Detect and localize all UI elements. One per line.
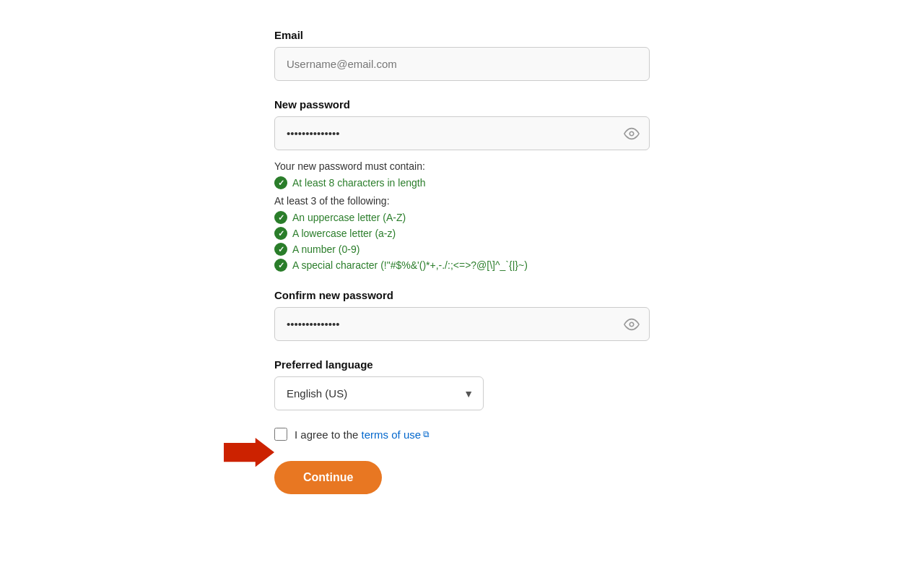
confirm-password-input[interactable]: [274, 307, 650, 341]
svg-point-0: [629, 131, 634, 136]
confirm-password-field-group: Confirm new password: [274, 289, 650, 341]
email-label: Email: [274, 29, 650, 41]
language-field-group: Preferred language English (US) English …: [274, 358, 650, 410]
email-field-group: Email: [274, 29, 650, 81]
terms-text: I agree to the terms of use⧉: [295, 428, 430, 441]
email-input-wrapper: [274, 47, 650, 81]
must-contain-text: Your new password must contain:: [274, 160, 650, 172]
new-password-input-wrapper: [274, 116, 650, 150]
at-least-3-text: At least 3 of the following:: [274, 195, 650, 207]
new-password-field-group: New password Your new password must cont…: [274, 98, 650, 272]
language-select-wrapper: English (US) English (UK) Español França…: [274, 376, 484, 410]
registration-form: Email New password Your new password mus…: [274, 14, 650, 509]
new-password-label: New password: [274, 98, 650, 111]
terms-checkbox[interactable]: [274, 428, 287, 441]
confirm-password-toggle-button[interactable]: [624, 316, 640, 332]
number-check-icon: [274, 243, 287, 256]
red-arrow-icon: [224, 434, 274, 470]
special-requirement: A special character (!"#$%&'()*+,-./:;<=…: [274, 259, 650, 272]
uppercase-requirement: An uppercase letter (A-Z): [274, 211, 650, 224]
number-req-text: A number (0-9): [292, 243, 359, 255]
special-req-text: A special character (!"#$%&'()*+,-./:;<=…: [292, 259, 528, 271]
svg-marker-2: [224, 438, 274, 467]
uppercase-req-text: An uppercase letter (A-Z): [292, 212, 406, 223]
lowercase-requirement: A lowercase letter (a-z): [274, 227, 650, 240]
terms-of-use-link[interactable]: terms of use⧉: [362, 428, 430, 441]
preferred-language-label: Preferred language: [274, 358, 650, 371]
special-check-icon: [274, 259, 287, 272]
eye-icon-confirm: [624, 316, 640, 332]
lowercase-req-text: A lowercase letter (a-z): [292, 228, 396, 239]
terms-row: I agree to the terms of use⧉: [274, 428, 650, 441]
length-req-text: At least 8 characters in length: [292, 177, 425, 189]
continue-button[interactable]: Continue: [274, 461, 382, 494]
length-check-icon: [274, 176, 287, 189]
uppercase-check-icon: [274, 211, 287, 224]
external-link-icon: ⧉: [423, 429, 430, 439]
new-password-toggle-button[interactable]: [624, 126, 640, 142]
terms-link-text: terms of use: [362, 428, 422, 441]
confirm-password-label: Confirm new password: [274, 289, 650, 301]
number-requirement: A number (0-9): [274, 243, 650, 256]
language-select[interactable]: English (US) English (UK) Español França…: [274, 376, 484, 410]
terms-prefix: I agree to the: [295, 428, 362, 441]
length-requirement: At least 8 characters in length: [274, 176, 650, 189]
new-password-input[interactable]: [274, 116, 650, 150]
svg-point-1: [629, 322, 634, 327]
lowercase-check-icon: [274, 227, 287, 240]
email-input[interactable]: [274, 47, 650, 81]
eye-icon: [624, 126, 640, 142]
password-requirements: Your new password must contain: At least…: [274, 160, 650, 272]
confirm-password-input-wrapper: [274, 307, 650, 341]
